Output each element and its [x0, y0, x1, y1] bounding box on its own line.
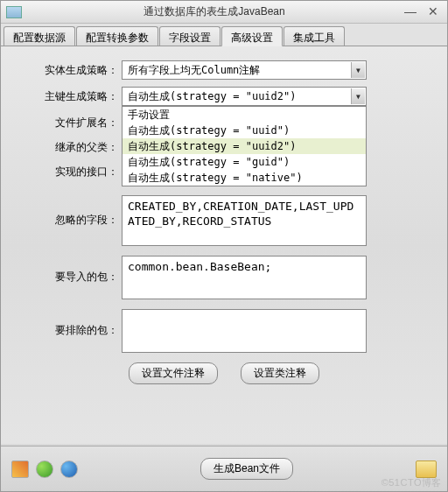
pk-option-uuid2[interactable]: 自动生成(strategy = "uuid2") [122, 138, 366, 154]
class-comment-button[interactable]: 设置类注释 [241, 362, 319, 384]
label-exclude-pkg: 要排除的包： [17, 309, 122, 338]
tab-convert-params[interactable]: 配置转换参数 [76, 26, 158, 46]
advanced-panel: 实体生成策略： 所有字段上均无Column注解 ▼ 主键生成策略： 自动生成(s… [1, 46, 447, 444]
titlebar: 通过数据库的表生成JavaBean — ✕ [1, 1, 447, 24]
tab-tools[interactable]: 集成工具 [284, 26, 345, 46]
chevron-down-icon[interactable]: ▼ [351, 88, 365, 104]
label-entity-strategy: 实体生成策略： [17, 60, 122, 78]
pk-option-native[interactable]: 自动生成(strategy = "native") [122, 170, 366, 186]
label-interfaces: 实现的接口： [17, 162, 122, 179]
entity-strategy-value: 所有字段上均无Column注解 [128, 63, 260, 78]
label-pk-strategy: 主键生成策略： [17, 87, 122, 104]
label-parent-class: 继承的父类： [17, 137, 122, 155]
label-import-pkg: 要导入的包： [17, 256, 122, 285]
app-window: 通过数据库的表生成JavaBean — ✕ 配置数据源 配置转换参数 字段设置 … [0, 0, 448, 492]
import-pkg-input[interactable] [122, 256, 367, 299]
tool-icon-3[interactable] [60, 460, 78, 478]
pk-option-manual[interactable]: 手动设置 [122, 107, 366, 123]
pk-strategy-combo[interactable]: 自动生成(strategy = "uuid2") ▼ [122, 87, 367, 106]
chevron-down-icon[interactable]: ▼ [351, 62, 365, 78]
pk-strategy-value: 自动生成(strategy = "uuid2") [128, 89, 297, 104]
pk-option-uuid[interactable]: 自动生成(strategy = "uuid") [122, 123, 366, 138]
tab-datasource[interactable]: 配置数据源 [4, 26, 75, 46]
folder-icon[interactable] [416, 460, 437, 478]
app-icon [6, 6, 22, 18]
label-file-ext: 文件扩展名： [17, 113, 122, 130]
file-comment-button[interactable]: 设置文件注释 [129, 362, 218, 384]
generate-bean-button[interactable]: 生成Bean文件 [200, 458, 293, 480]
close-button[interactable]: ✕ [424, 4, 442, 20]
pk-strategy-dropdown: 手动设置 自动生成(strategy = "uuid") 自动生成(strate… [122, 106, 367, 186]
tab-field-settings[interactable]: 字段设置 [159, 26, 220, 46]
tool-icon-1[interactable] [11, 460, 29, 478]
pk-option-guid[interactable]: 自动生成(strategy = "guid") [122, 154, 366, 170]
minimize-button[interactable]: — [402, 4, 419, 20]
window-title: 通过数据库的表生成JavaBean [27, 4, 402, 19]
tab-advanced[interactable]: 高级设置 [221, 26, 283, 46]
label-ignore-fields: 忽略的字段： [17, 195, 122, 228]
bottom-toolbar: 生成Bean文件 [1, 446, 447, 491]
tab-bar: 配置数据源 配置转换参数 字段设置 高级设置 集成工具 [1, 24, 447, 46]
entity-strategy-combo[interactable]: 所有字段上均无Column注解 ▼ [122, 60, 367, 80]
tool-icon-2[interactable] [36, 460, 53, 478]
exclude-pkg-input[interactable] [122, 309, 367, 353]
ignore-fields-input[interactable] [122, 195, 367, 246]
